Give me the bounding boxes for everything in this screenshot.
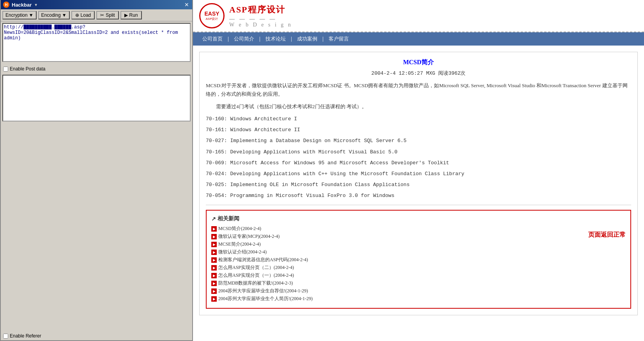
news-bullet-icon: ▶ <box>211 257 217 263</box>
list-item: ▶微软认证介绍(2004-2-4) <box>211 249 580 255</box>
exam-list: 70-160: Windows Architecture I70-161: Wi… <box>206 115 631 200</box>
encryption-caret-icon: ▼ <box>29 12 34 18</box>
webpage-panel: EASY ASP设计 ASP程序设计 — — — — — W e b D e s… <box>193 0 644 341</box>
load-label: Load <box>81 12 91 18</box>
site-title-en: W e b D e s i g n <box>229 22 292 28</box>
list-item: ▶防范MDB数据库的被下载!(2004-2-3) <box>211 280 580 287</box>
split-icon: ✂ <box>100 12 104 18</box>
encryption-label: Encryption <box>5 12 28 18</box>
list-item: ▶怎么用ASP实现分页（一）(2004-2-4) <box>211 272 580 279</box>
exam-item: 70-027: Implementing a Database Design o… <box>206 137 631 145</box>
site-title-cn: ASP程序设计 <box>229 4 285 16</box>
news-bullet-icon: ▶ <box>211 281 217 286</box>
enable-referer-label: Enable Referer <box>10 333 41 339</box>
exam-item: 70-054: Programming in Microsoft Visual … <box>206 192 631 200</box>
nav-feedback[interactable]: 客户留言 <box>326 35 352 43</box>
hackbar-title: Hackbar <box>12 2 32 8</box>
list-item: ▶微软认证专家(MCP)(2004-2-4) <box>211 233 580 240</box>
article-divider <box>206 205 631 205</box>
logo-small-text: ASP设计 <box>204 17 219 21</box>
nav-sep-4: ｜ <box>320 35 326 42</box>
encoding-dropdown[interactable]: Encoding ▼ <box>38 11 70 19</box>
site-title-area: ASP程序设计 — — — — — W e b D e s i g n <box>229 4 292 28</box>
article-body: MCSD:对于开发者，微软提供微软认证的开发工程师MCSD证 书。MCSD拥有者… <box>206 81 631 200</box>
news-bullet-icon: ▶ <box>211 296 217 302</box>
nav-sep-2: ｜ <box>257 35 262 42</box>
run-icon: ▶ <box>124 12 128 18</box>
site-title-dashes: — — — — — <box>229 16 277 22</box>
article-meta: 2004-2-4 12:05:27 MXG 阅读3962次 <box>206 70 631 77</box>
exam-item: 70-024: Developing Applications with C++… <box>206 170 631 178</box>
article-title: MCSD简介 <box>206 58 631 67</box>
run-button[interactable]: ▶ Run <box>120 11 142 19</box>
encryption-dropdown[interactable]: Encryption ▼ <box>2 11 37 19</box>
referer-checkbox-row: Enable Referer <box>1 332 192 340</box>
nav-home[interactable]: 公司首页 <box>199 35 226 43</box>
related-news-left: ↗ 相关新闻 ▶MCSD简介(2004-2-4)▶微软认证专家(MCP)(200… <box>211 215 580 303</box>
list-item: ▶2004苏州大学应届毕业生个人简历!(2004-1-29) <box>211 295 580 302</box>
list-item: ▶2004苏州大学应届毕业生自荐信!(2004-1-29) <box>211 288 580 294</box>
exam-item: 70-160: Windows Architecture I <box>206 115 631 123</box>
encoding-label: Encoding <box>41 12 61 18</box>
article-box: MCSD简介 2004-2-4 12:05:27 MXG 阅读3962次 MCS… <box>199 52 638 315</box>
news-bullet-icon: ▶ <box>211 242 217 247</box>
load-button[interactable]: ⊕ Load <box>71 11 95 19</box>
exam-item: 70-161: Windows Architecture II <box>206 126 631 134</box>
hackbar-logo-icon: H <box>3 2 9 8</box>
exam-item: 70-069: Microsoft Access for Windows 95 … <box>206 159 631 167</box>
post-area <box>1 73 192 332</box>
related-news-right-text: 页面返回正常 <box>580 215 626 239</box>
exam-item: 70-165: Developing Applications with Mic… <box>206 148 631 156</box>
news-bullet-icon: ▶ <box>211 226 217 232</box>
post-data-input[interactable] <box>2 75 191 121</box>
enable-post-label: Enable Post data <box>10 66 45 72</box>
enable-post-checkbox[interactable] <box>3 67 8 72</box>
hackbar-caret-icon: ▼ <box>34 3 38 7</box>
hackbar-titlebar-left: H Hackbar ▼ <box>3 2 38 8</box>
related-news-list: ▶MCSD简介(2004-2-4)▶微软认证专家(MCP)(2004-2-4)▶… <box>211 225 580 302</box>
list-item: ▶检测客户端浏览器信息的ASP代码(2004-2-4) <box>211 257 580 263</box>
list-item: ▶怎么用ASP实现分页（二）(2004-2-4) <box>211 264 580 271</box>
post-checkbox-row: Enable Post data <box>1 65 192 73</box>
run-label: Run <box>129 12 138 18</box>
enable-referer-checkbox[interactable] <box>3 334 8 339</box>
webpage-header: EASY ASP设计 ASP程序设计 — — — — — W e b D e s… <box>193 0 644 32</box>
split-button[interactable]: ✂ Split <box>96 11 119 19</box>
news-bullet-icon: ▶ <box>211 273 217 278</box>
related-news-title: ↗ 相关新闻 <box>211 215 580 222</box>
list-item: ▶MCSD简介(2004-2-4) <box>211 225 580 232</box>
logo-easy-text: EASY <box>204 11 219 17</box>
nav-sep-3: ｜ <box>289 35 294 42</box>
encoding-caret-icon: ▼ <box>62 12 67 18</box>
news-bullet-icon: ▶ <box>211 234 217 239</box>
load-icon: ⊕ <box>75 12 79 18</box>
news-bullet-icon: ▶ <box>211 250 217 255</box>
site-logo: EASY ASP设计 <box>199 3 225 28</box>
news-bullet-icon: ▶ <box>211 265 217 271</box>
nav-sep-1: ｜ <box>226 35 231 42</box>
hackbar-titlebar: H Hackbar ▼ ✕ <box>1 0 192 9</box>
article-paragraph-2: 需要通过4门考试（包括2门核心技术考试和2门任选课程的 考试）。 <box>206 102 631 111</box>
news-bullet-icon: ▶ <box>211 288 217 294</box>
url-input[interactable] <box>2 23 191 62</box>
split-label: Split <box>106 12 115 18</box>
nav-forum[interactable]: 技术论坛 <box>262 35 289 43</box>
nav-cases[interactable]: 成功案例 <box>294 35 320 43</box>
hackbar-close-button[interactable]: ✕ <box>184 2 190 8</box>
exam-item: 70-025: Implementing OLE in Microsoft Fo… <box>206 181 631 189</box>
related-news-box: ↗ 相关新闻 ▶MCSD简介(2004-2-4)▶微软认证专家(MCP)(200… <box>206 210 631 309</box>
list-item: ▶MCSE简介(2004-2-4) <box>211 241 580 248</box>
hackbar-panel: H Hackbar ▼ ✕ Encryption ▼ Encoding ▼ ⊕ … <box>0 0 193 341</box>
article-paragraph-1: MCSD:对于开发者，微软提供微软认证的开发工程师MCSD证 书。MCSD拥有者… <box>206 81 631 98</box>
webpage-nav: 公司首页 ｜ 公司简介 ｜ 技术论坛 ｜ 成功案例 ｜ 客户留言 <box>193 32 644 46</box>
nav-about[interactable]: 公司简介 <box>231 35 257 43</box>
hackbar-toolbar: Encryption ▼ Encoding ▼ ⊕ Load ✂ Split ▶… <box>1 9 192 21</box>
webpage-content: MCSD简介 2004-2-4 12:05:27 MXG 阅读3962次 MCS… <box>193 46 644 341</box>
related-news-arrow-icon: ↗ <box>211 216 216 222</box>
url-area <box>1 21 192 65</box>
